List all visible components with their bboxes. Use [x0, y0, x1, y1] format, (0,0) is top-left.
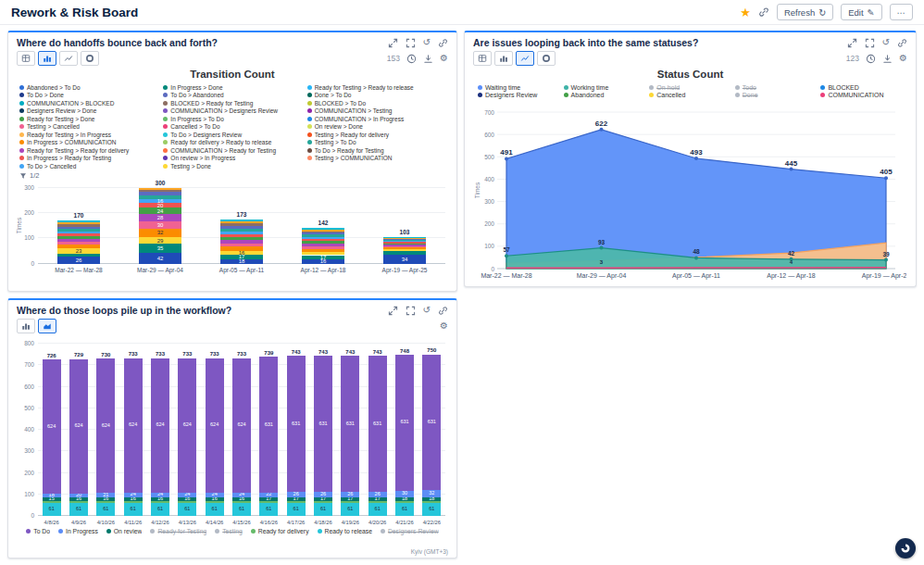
bar-segment[interactable]: [57, 222, 100, 224]
settings-gear-icon[interactable]: ⚙: [440, 321, 448, 331]
bar-segment[interactable]: 17: [287, 497, 306, 501]
link-icon[interactable]: [438, 38, 448, 48]
legend-item[interactable]: In Progress > Done: [163, 83, 303, 92]
legend-item[interactable]: Testing > Ready for delivery: [307, 131, 447, 139]
bar-segment[interactable]: [302, 237, 344, 239]
bar-segment[interactable]: 18: [422, 497, 441, 501]
bar-segment[interactable]: [383, 237, 426, 238]
view-bar-chart-button[interactable]: [38, 51, 56, 66]
legend-item[interactable]: Ready to release: [318, 526, 372, 536]
bar-segment[interactable]: 26: [57, 257, 100, 263]
bar-segment[interactable]: [57, 227, 100, 229]
history-icon[interactable]: ↺: [423, 38, 431, 47]
expand-icon[interactable]: [388, 306, 398, 316]
bar-segment[interactable]: 61: [124, 503, 143, 516]
view-bar-chart-button[interactable]: [17, 319, 35, 333]
legend-item[interactable]: Abandoned: [564, 92, 646, 100]
bar-segment[interactable]: [220, 232, 263, 234]
bar-segment[interactable]: 17: [368, 497, 387, 501]
expand-icon[interactable]: [388, 38, 398, 48]
legend-item[interactable]: On review > Done: [307, 123, 447, 132]
bar-segment[interactable]: 631: [259, 357, 278, 493]
bar-segment[interactable]: [220, 226, 263, 229]
legend-item[interactable]: Ready for Testing > In Progress: [19, 131, 159, 139]
bar-segment[interactable]: 16: [96, 497, 115, 501]
legend-item[interactable]: In Progress: [58, 526, 98, 536]
download-icon[interactable]: [882, 54, 893, 64]
legend-item[interactable]: Testing > Cancelled: [19, 123, 159, 132]
bar-segment[interactable]: [302, 252, 344, 256]
bar-segment[interactable]: 42: [139, 253, 181, 263]
legend-item[interactable]: Designers Review > Done: [19, 107, 159, 116]
bar-segment[interactable]: 17: [341, 497, 359, 501]
bar-segment[interactable]: 24: [139, 207, 181, 214]
bar-segment[interactable]: 16: [206, 497, 224, 501]
bar-segment[interactable]: 16: [178, 497, 196, 501]
bar-segment[interactable]: [302, 239, 344, 241]
bar-segment[interactable]: 61: [422, 503, 441, 516]
bar-segment[interactable]: 26: [314, 492, 332, 497]
legend-item[interactable]: Testing: [215, 526, 243, 536]
view-line-chart-button[interactable]: [516, 51, 534, 66]
fullscreen-icon[interactable]: [406, 306, 416, 316]
bar-segment[interactable]: [302, 230, 344, 232]
bar-segment[interactable]: 24: [206, 493, 224, 498]
legend-item[interactable]: Ready for delivery: [251, 526, 309, 536]
view-bar-chart-button[interactable]: [494, 51, 513, 66]
bar-segment[interactable]: 61: [232, 503, 251, 516]
legend-item[interactable]: In Progress > Ready for Testing: [19, 155, 159, 163]
time-icon[interactable]: [866, 54, 876, 64]
legend-item[interactable]: Designers Review: [478, 92, 560, 100]
legend-item[interactable]: Done: [735, 92, 818, 100]
bar-segment[interactable]: 61: [151, 503, 169, 516]
bar-segment[interactable]: [139, 192, 181, 195]
bar-segment[interactable]: 21: [96, 493, 115, 497]
bar-segment[interactable]: [139, 190, 181, 193]
legend-item[interactable]: On review: [106, 526, 143, 536]
bar-segment[interactable]: 16: [69, 497, 88, 501]
bar-segment[interactable]: 29: [139, 237, 181, 245]
bar-segment[interactable]: 18: [395, 497, 414, 501]
bar-segment[interactable]: 61: [259, 503, 278, 516]
bar-segment[interactable]: [220, 221, 263, 223]
loops-stacked-chart[interactable]: 01002003004005006007008004/8/26611518624…: [16, 335, 451, 526]
legend-item[interactable]: In Progress > COMMUNICATION: [19, 139, 159, 147]
edit-button[interactable]: Edit ✎: [841, 4, 881, 20]
view-table-button[interactable]: [17, 51, 35, 66]
bar-segment[interactable]: 20: [139, 203, 181, 207]
bar-segment[interactable]: 35: [139, 244, 181, 253]
bar-segment[interactable]: [383, 239, 426, 240]
legend-item[interactable]: Cancelled: [649, 92, 731, 100]
legend-item[interactable]: Cancelled > To Do: [163, 123, 303, 132]
legend-item[interactable]: To Do > Cancelled: [19, 162, 159, 170]
bar-segment[interactable]: 24: [124, 493, 143, 498]
bar-segment[interactable]: [57, 239, 100, 242]
bar-segment[interactable]: 16: [151, 497, 169, 501]
bar-segment[interactable]: 17: [259, 497, 278, 501]
legend-item[interactable]: Working time: [564, 83, 646, 92]
legend-item[interactable]: Testing > Done: [163, 162, 303, 170]
bar-segment[interactable]: 631: [368, 356, 387, 492]
bar-segment[interactable]: 624: [232, 358, 251, 493]
bar-segment[interactable]: 18: [220, 259, 263, 264]
legend-item[interactable]: COMMUNICATION > Ready for Testing: [163, 146, 303, 155]
time-icon[interactable]: [406, 54, 417, 64]
bar-segment[interactable]: 61: [178, 503, 196, 516]
bar-segment[interactable]: [220, 223, 263, 225]
bar-segment[interactable]: [302, 228, 344, 230]
bar-segment[interactable]: 16: [220, 251, 263, 255]
view-area-chart-button[interactable]: [38, 319, 56, 333]
view-table-button[interactable]: [473, 51, 492, 66]
more-button[interactable]: ⋯: [890, 4, 914, 20]
bar-segment[interactable]: [302, 241, 344, 244]
bar-segment[interactable]: [302, 234, 344, 236]
bar-segment[interactable]: [57, 220, 100, 222]
bar-segment[interactable]: 61: [287, 503, 306, 516]
legend-item[interactable]: On-hold: [649, 83, 731, 92]
legend-item[interactable]: Todo: [735, 83, 818, 92]
share-link-icon[interactable]: [758, 6, 769, 18]
bar-segment[interactable]: [383, 240, 426, 241]
bar-segment[interactable]: [302, 232, 344, 234]
legend-item[interactable]: Done > To Do: [307, 92, 447, 100]
bar-segment[interactable]: [220, 237, 263, 240]
